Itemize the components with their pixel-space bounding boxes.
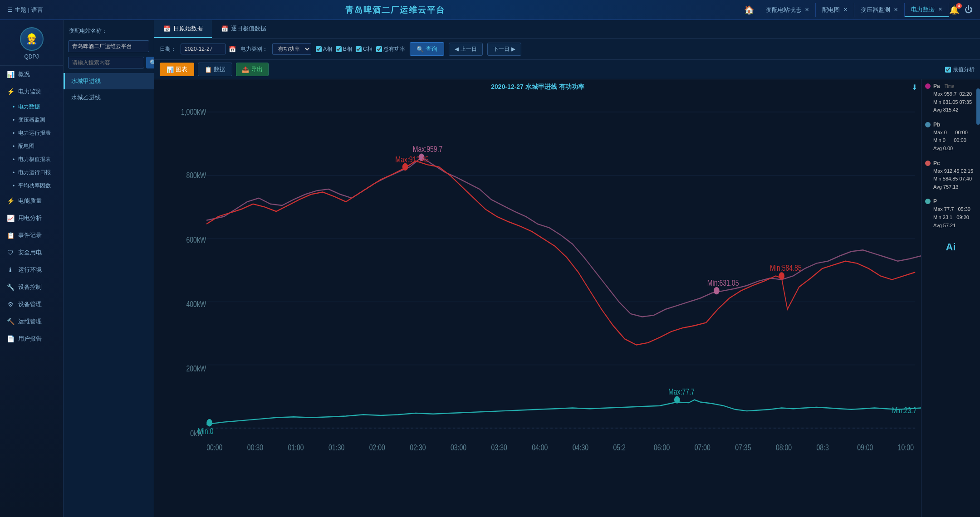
chart-toolbar: 📊 图表 📋 数据 📤 导出 最值分析 (154, 60, 980, 79)
sidebar-item-environment[interactable]: 🌡 运行环境 (0, 261, 63, 278)
calendar-icon[interactable]: 📅 (229, 46, 236, 53)
sidebar-item-distribution[interactable]: 配电图 (0, 140, 63, 153)
close-icon[interactable]: ✕ (938, 6, 942, 12)
checkbox-group: A相 B相 C相 总有功率 (316, 45, 405, 53)
svg-text:Max:912.45: Max:912.45 (395, 155, 429, 164)
date-label: 日期： (160, 45, 176, 53)
svg-text:05:2: 05:2 (613, 443, 625, 452)
panel-tabs: 📅 日原始数据 📅 逐日极值数据 (154, 20, 980, 39)
notification-badge: 4 (956, 3, 962, 9)
sidebar-item-label: 设备控制 (18, 283, 42, 291)
date-input[interactable] (181, 44, 226, 54)
svg-text:Min:584.85: Min:584.85 (770, 263, 802, 272)
svg-text:600kW: 600kW (186, 235, 206, 244)
type-select[interactable]: 有功功率 无功功率 电流 电压 (272, 43, 311, 55)
download-icon[interactable]: ⬇ (911, 83, 917, 92)
search-icon: 🔍 (416, 46, 424, 53)
svg-text:06:00: 06:00 (654, 443, 670, 452)
station-input[interactable] (68, 40, 149, 52)
sidebar-item-safety[interactable]: 🛡 安全用电 (0, 244, 63, 261)
total-checkbox[interactable] (376, 46, 382, 52)
topbar-title: 青岛啤酒二厂运维云平台 (52, 5, 739, 15)
sidebar-item-power-data[interactable]: 电力数据 (0, 100, 63, 113)
tab-daily-extreme[interactable]: 📅 逐日极值数据 (212, 20, 275, 38)
checkbox-total[interactable]: 总有功率 (376, 45, 405, 53)
sidebar-item-power-factor[interactable]: 平均功率因数 (0, 179, 63, 192)
station-item-shui-yi[interactable]: 水城乙进线 (64, 89, 154, 106)
svg-text:02:30: 02:30 (410, 443, 426, 452)
tab-label: 日原始数据 (173, 24, 203, 33)
sidebar-item-event-log[interactable]: 📋 事件记录 (0, 227, 63, 244)
data-view-button[interactable]: 📋 数据 (198, 63, 232, 76)
tab-daily-raw[interactable]: 📅 日原始数据 (154, 20, 212, 38)
prev-day-button[interactable]: ◀ 上一日 (449, 43, 483, 56)
legend-dot-p (925, 199, 931, 204)
query-button[interactable]: 🔍 查询 (410, 42, 444, 56)
sidebar-item-power-daily[interactable]: 电力运行日报 (0, 166, 63, 179)
sidebar-item-label: 概况 (18, 70, 30, 78)
svg-text:Min:23.?: Min:23.? (892, 405, 916, 415)
tab-distribution[interactable]: 配电图 ✕ (816, 3, 854, 17)
svg-point-33 (402, 163, 408, 171)
legend-data-pc: Max 912.45 02:15Min 584.85 07:40Avg 757.… (933, 167, 976, 191)
legend-time-pa: Time (945, 84, 955, 89)
sidebar-item-power-monitor[interactable]: ⚡ 电力监测 (0, 83, 63, 100)
sidebar-item-device-control[interactable]: 🔧 设备控制 (0, 278, 63, 296)
sidebar-username: QDPJ (24, 54, 39, 60)
next-day-button[interactable]: 下一日 ▶ (487, 43, 521, 56)
export-button[interactable]: 📤 导出 (236, 63, 269, 76)
checkbox-phase-c[interactable]: C相 (356, 45, 372, 53)
svg-text:01:00: 01:00 (288, 443, 304, 452)
close-icon[interactable]: ✕ (805, 7, 809, 13)
sidebar-item-transformer[interactable]: 变压器监测 (0, 113, 63, 127)
sidebar-item-power-extreme[interactable]: 电力极值报表 (0, 153, 63, 166)
phase-b-checkbox[interactable] (336, 46, 342, 52)
sidebar-item-power-report[interactable]: 电力运行报表 (0, 127, 63, 140)
tab-label: 配电图 (822, 6, 840, 14)
next-icon: ▶ (511, 46, 515, 52)
max-analysis-checkbox[interactable] (945, 67, 951, 73)
legend-item-pb: Pb Max 0 00:00Min 0 00:00Avg 0.00 (925, 122, 976, 153)
sidebar-item-energy-quality[interactable]: ⚡ 电能质量 (0, 192, 63, 210)
svg-text:02:00: 02:00 (369, 443, 385, 452)
sidebar-item-ops-management[interactable]: 🔨 运维管理 (0, 313, 63, 330)
tab-substation-status[interactable]: 变配电站状态 ✕ (760, 3, 816, 17)
overview-icon: 📊 (6, 71, 15, 78)
topbar: ☰ 主题 | 语言 青岛啤酒二厂运维云平台 🏠 变配电站状态 ✕ 配电图 ✕ 变… (0, 0, 980, 20)
svg-text:Max:959.7: Max:959.7 (413, 145, 443, 154)
topbar-menu-label: 主题 | 语言 (15, 6, 43, 14)
sidebar-item-overview[interactable]: 📊 概况 (0, 66, 63, 83)
scrollbar-track[interactable] (976, 79, 980, 517)
sidebar-item-electricity-analysis[interactable]: 📈 用电分析 (0, 210, 63, 227)
legend-dot-pc (925, 161, 931, 166)
close-icon[interactable]: ✕ (894, 7, 898, 13)
ops-management-icon: 🔨 (6, 318, 15, 325)
tab-transformer[interactable]: 变压器监测 ✕ (854, 3, 905, 17)
avatar-icon: 👷 (25, 33, 38, 45)
svg-text:08:00: 08:00 (776, 443, 792, 452)
notification-bell[interactable]: 🔔4 (949, 5, 959, 15)
topbar-home-btn[interactable]: 🏠 (739, 2, 760, 18)
station-item-shui-jia[interactable]: 水城甲进线 (64, 73, 154, 89)
electricity-analysis-icon: 📈 (6, 215, 15, 222)
sidebar-sub-label: 电力运行报表 (18, 129, 51, 137)
prev-label: 上一日 (461, 45, 477, 53)
svg-text:200kW: 200kW (186, 364, 206, 373)
phase-a-checkbox[interactable] (316, 46, 322, 52)
next-label: 下一日 (493, 45, 510, 53)
topbar-menu[interactable]: ☰ 主题 | 语言 (7, 6, 43, 14)
power-btn[interactable]: ⏻ (965, 5, 973, 15)
close-icon[interactable]: ✕ (843, 7, 848, 13)
checkbox-phase-a[interactable]: A相 (316, 45, 332, 53)
chart-view-button[interactable]: 📊 图表 (160, 63, 194, 76)
checkbox-phase-b[interactable]: B相 (336, 45, 352, 53)
search-input[interactable] (68, 57, 144, 68)
sidebar-item-device-management[interactable]: ⚙ 设备管理 (0, 296, 63, 313)
tab-power-data[interactable]: 电力数据 ✕ (905, 3, 949, 17)
svg-text:1,000kW: 1,000kW (181, 107, 206, 117)
legend-data-pa: Max 959.7 02:20Min 631.05 07:35Avg 815.4… (933, 90, 976, 114)
sidebar-item-user-report[interactable]: 📄 用户报告 (0, 330, 63, 347)
scrollbar-thumb[interactable] (976, 88, 980, 125)
environment-icon: 🌡 (6, 266, 15, 273)
phase-c-checkbox[interactable] (356, 46, 362, 52)
